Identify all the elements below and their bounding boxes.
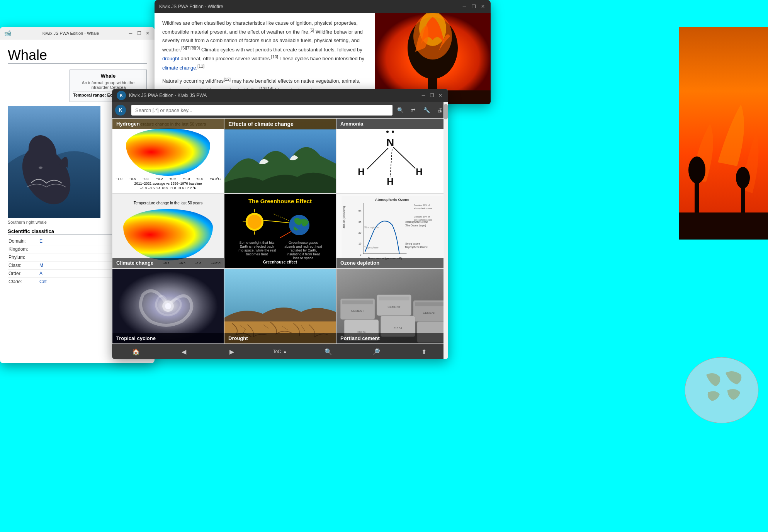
whale-window-controls: ─ ❐ ✕ <box>127 30 151 36</box>
kiwix-card-greenhouse[interactable]: The Greenhouse Effect <box>224 194 336 269</box>
wildfire-close-btn[interactable]: ✕ <box>480 3 486 10</box>
greenhouse-svg <box>234 207 326 240</box>
cement-image: CEMENT CEMENT CEMENT 316.54 316.54 <box>336 269 448 343</box>
kiwix-scrollbar[interactable] <box>443 102 448 359</box>
svg-text:H: H <box>358 167 364 177</box>
kiwix-search-input[interactable] <box>131 105 392 116</box>
toc-label: ToC <box>273 349 281 354</box>
svg-text:atmospheric ozone: atmospheric ozone <box>414 218 432 221</box>
svg-rect-10 <box>679 212 768 240</box>
greenhouse-desc2: Greenhouse gases absorb and redirect hea… <box>284 241 323 260</box>
svg-line-25 <box>390 149 392 177</box>
heatmap-visual <box>126 128 210 176</box>
kiwix-restore-btn[interactable]: ❐ <box>429 92 435 99</box>
kiwix-search-btn[interactable]: 🔍 <box>395 105 406 116</box>
ozone-content: Atmospheric Ozone Altitude (kilometers) … <box>336 194 448 269</box>
kiwix-random-btn[interactable]: ⇄ <box>408 105 419 116</box>
kiwix-toolbar: K 🔍 ⇄ 🔧 🖨 <box>112 102 448 118</box>
fire-bg-svg <box>679 27 768 240</box>
kiwix-card-hydrogen[interactable]: Temperature change in the last 50 years … <box>112 118 224 194</box>
whale-infobox-title: Whale <box>73 73 143 79</box>
svg-point-28 <box>248 215 262 229</box>
svg-text:atmospheric ozone: atmospheric ozone <box>414 207 432 209</box>
wildfire-titlebar: Kiwix JS PWA Edition - Wildfire ─ ❐ ✕ <box>155 0 491 13</box>
kiwix-settings-btn[interactable]: 🔧 <box>421 105 432 116</box>
kiwix-scroll-top-btn[interactable]: ⬆ <box>417 345 431 359</box>
svg-point-15 <box>685 357 758 423</box>
svg-text:H: H <box>416 167 422 177</box>
kiwix-grid: Temperature change in the last 50 years … <box>112 118 448 344</box>
kiwix-card-ozone[interactable]: Atmospheric Ozone Altitude (kilometers) … <box>336 194 448 269</box>
svg-point-60 <box>165 303 171 309</box>
whale-kingdom-label: Kingdom: <box>8 246 39 252</box>
whale-clade-label: Clade: <box>8 279 39 284</box>
kiwix-card-drought[interactable]: Drought <box>224 269 336 344</box>
kiwix-window-controls: ─ ❐ ✕ <box>420 92 443 99</box>
whale-clade-value: Cet <box>39 279 47 284</box>
kiwix-card-climate[interactable]: Temperature change in the last 50 years … <box>112 194 224 269</box>
kiwix-forward-btn[interactable]: ▶ <box>225 345 239 359</box>
kiwix-zoom-out-btn[interactable]: 🔎 <box>369 345 383 359</box>
cement-label: Portland cement <box>336 333 448 343</box>
ozone-label: Ozone depletion <box>336 258 448 268</box>
whale-order-value: A <box>39 271 42 276</box>
kiwix-minimize-btn[interactable]: ─ <box>420 92 426 99</box>
kiwix-back-btn[interactable]: ◀ <box>177 345 191 359</box>
kiwix-home-btn[interactable]: 🏠 <box>129 345 143 359</box>
svg-rect-76 <box>415 303 444 306</box>
whale-domain-value: E <box>39 238 42 244</box>
svg-text:50: 50 <box>359 210 362 212</box>
svg-text:Contains 10% of: Contains 10% of <box>414 216 430 218</box>
hydrogen-heatmap: Temperature change in the last 50 years … <box>112 119 224 193</box>
whale-restore-btn[interactable]: ❐ <box>136 30 142 36</box>
kiwix-title: Kiwix JS PWA Edition - Kiwix JS PWA <box>129 93 420 98</box>
kiwix-close-btn[interactable]: ✕ <box>437 92 443 99</box>
wildfire-restore-btn[interactable]: ❐ <box>471 3 477 10</box>
whale-infobox-subtitle: An informal group within the infraorder … <box>73 80 143 90</box>
svg-text:(The Ozone Layer): (The Ozone Layer) <box>405 224 426 227</box>
heatmap-subtitle: 2011–2021 average vs 1956–1976 baseline <box>116 182 221 185</box>
svg-line-34 <box>274 214 289 221</box>
cyclone-label: Tropical cyclone <box>112 333 224 343</box>
climate-label: Climate change <box>112 258 224 268</box>
svg-text:Atmospheric Ozone: Atmospheric Ozone <box>375 198 409 202</box>
wildfire-minimize-btn[interactable]: ─ <box>461 3 467 10</box>
kiwix-card-cyclone[interactable]: Tropical cyclone <box>112 269 224 344</box>
kiwix-card-cement[interactable]: CEMENT CEMENT CEMENT 316.54 316.54 <box>336 269 448 344</box>
whale-titlebar: 🐋 Kiwix JS PWA Edition - Whale ─ ❐ ✕ <box>0 27 155 39</box>
kiwix-card-ammonia[interactable]: N H H H Ammonia <box>336 118 448 194</box>
svg-line-33 <box>263 220 289 223</box>
svg-line-35 <box>280 231 291 238</box>
kiwix-toc-btn[interactable]: ToC ▲ <box>273 349 287 354</box>
kiwix-zoom-in-btn[interactable]: 🔍 <box>321 345 335 359</box>
greenhouse-desc1: Some sunlight that hits Earth is reflect… <box>238 241 276 260</box>
kiwix-card-effects[interactable]: Effects of climate change <box>224 118 336 194</box>
globe-area <box>683 355 760 425</box>
svg-text:Contains 90% of: Contains 90% of <box>414 204 430 206</box>
drought-link[interactable]: drought <box>162 56 179 62</box>
kiwix-logo: K <box>117 91 126 100</box>
wildfire-title: Kiwix JS PWA Edition - Wildfire <box>159 4 461 9</box>
greenhouse-content: The Greenhouse Effect <box>224 194 336 269</box>
kiwix-scrollbar-thumb[interactable] <box>444 104 448 119</box>
whale-domain-label: Domain: <box>8 238 39 244</box>
kiwix-toolbar-logo: K <box>115 105 126 116</box>
svg-line-26 <box>393 147 415 168</box>
ammonia-svg: N H H H <box>352 125 433 187</box>
svg-text:N: N <box>386 136 394 148</box>
whale-close-btn[interactable]: ✕ <box>144 30 151 36</box>
wildfire-paragraph-1: Wildfires are often classified by charac… <box>162 19 369 72</box>
whale-class-label: Class: <box>8 263 39 268</box>
svg-text:Altitude (kilometers): Altitude (kilometers) <box>343 206 346 228</box>
hydrogen-label: Hydrogen <box>112 119 224 129</box>
svg-rect-36 <box>342 196 443 267</box>
svg-line-24 <box>367 148 388 169</box>
svg-text:Tropospheric Ozone: Tropospheric Ozone <box>405 246 428 249</box>
kiwix-content: Temperature change in the last 50 years … <box>112 118 448 344</box>
svg-rect-73 <box>379 297 409 301</box>
climate-change-link[interactable]: climate change <box>162 65 196 71</box>
svg-point-20 <box>392 131 394 133</box>
globe-svg <box>683 355 760 425</box>
whale-minimize-btn[interactable]: ─ <box>127 30 134 36</box>
whale-photo-svg <box>8 106 100 218</box>
